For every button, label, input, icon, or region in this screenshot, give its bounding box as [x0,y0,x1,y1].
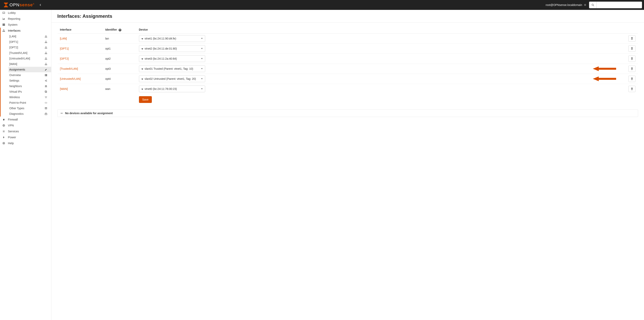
device-label: vtnet3 (bc:24:11:2a:40:84) [145,57,177,60]
identifier-cell: opt2 [103,53,136,64]
users-icon [45,85,48,87]
interface-link-untrustedvlan[interactable]: [UntrustedVLAN] [60,77,81,80]
sidebar-sub-opt2[interactable]: [OPT2] [8,45,51,50]
assignments-table: Interface Identifier ? Device [LAN] lan [57,26,638,105]
sidebar-item-system[interactable]: System [0,22,51,28]
sidebar-sub-virtual-ips[interactable]: Virtual IPs [8,89,51,94]
delete-button-opt1[interactable] [628,45,636,52]
brand-logo[interactable]: OPNsense® [2,2,36,7]
sidebar-sub-overview[interactable]: Overview [8,72,51,78]
search-button[interactable] [589,1,596,8]
wifi-icon [45,96,48,99]
sidebar-sub-diagnostics[interactable]: Diagnostics [8,111,51,117]
interface-link-opt1[interactable]: [OPT1] [60,47,68,50]
sidebar-sub-label: Wireless [9,96,20,99]
no-devices-label: No devices available for assignment [65,112,113,115]
help-icon[interactable]: ? [118,29,121,31]
sidebar-sub-lan[interactable]: [LAN] [8,33,51,39]
sitemap-icon [45,41,48,43]
user-menu[interactable]: root@OPNsense.localdomain [542,3,589,6]
delete-button-lan[interactable] [628,35,636,42]
sidebar-label: Help [8,142,14,145]
plug-icon [141,47,144,50]
sidebar-item-lobby[interactable]: Lobby [0,10,51,16]
sidebar-sub-wan[interactable]: [WAN] [8,61,51,67]
sitemap-icon [45,63,48,65]
annotation-arrow-icon [593,76,616,82]
sitemap-icon [45,46,48,49]
interface-link-wan[interactable]: [WAN] [60,87,68,90]
table-row: [OPT2] opt2 vtnet3 (bc:24:11:2a:40:84) ▼ [58,53,638,64]
delete-button-trustedvlan[interactable] [628,66,636,72]
delete-button-wan[interactable] [628,86,636,92]
sidebar-sub-assignments[interactable]: Assignments [8,67,51,72]
sidebar-sub-label: [OPT1] [9,40,18,43]
trash-icon [630,37,633,40]
sidebar-label: System [8,23,18,26]
sidebar-sub-label: Assignments [9,68,25,71]
save-button[interactable]: Save [139,96,152,103]
search-icon [592,3,594,6]
sidebar-item-help[interactable]: Help [0,140,51,146]
sidebar-sub-point-to-point[interactable]: Point-to-Point [8,100,51,105]
sidebar-sub-untrustedvlan[interactable]: [UntrustedVLAN] [8,56,51,61]
page-title: Interfaces: Assignments [57,13,638,19]
device-label: vtnet2 (bc:24:11:de:01:80) [145,47,177,50]
identifier-cell: opt3 [103,64,136,74]
interface-link-lan[interactable]: [LAN] [60,37,67,40]
sidebar-sub-opt1[interactable]: [OPT1] [8,39,51,45]
sidebar-item-interfaces[interactable]: Interfaces [0,28,51,33]
identifier-cell: opt1 [103,43,136,53]
sidebar-sub-settings[interactable]: Settings [8,78,51,83]
delete-button-opt2[interactable] [628,55,636,62]
delete-button-untrustedvlan[interactable] [628,76,636,82]
cog-icon [2,130,6,133]
global-search [589,1,642,8]
device-select-wan[interactable]: vtnet0 (bc:24:11:76:00:23) ▼ [139,85,205,92]
no-devices-panel[interactable]: No devices available for assignment [57,109,638,117]
chevron-left-icon [39,3,42,6]
device-select-untrustedvlan[interactable]: vlan02 Untrusted (Parent: vtnet1, Tag: 2… [139,75,205,82]
sidebar-item-power[interactable]: Power [0,134,51,140]
sidebar-sub-trustedvlan[interactable]: [TrustedVLAN] [8,50,51,56]
table-row: [UntrustedVLAN] opt4 vlan02 Untrusted (P… [58,74,638,84]
device-select-opt1[interactable]: vtnet2 (bc:24:11:de:01:80) ▼ [139,45,205,52]
sidebar-sub-label: [OPT2] [9,46,18,49]
sidebar-sub-label: Virtual IPs [9,90,22,93]
device-select-opt2[interactable]: vtnet3 (bc:24:11:2a:40:84) ▼ [139,55,205,62]
trash-icon [630,47,633,50]
sidebar-item-vpn[interactable]: VPN [0,122,51,128]
sitemap-icon [2,29,6,32]
sidebar-toggle[interactable] [36,3,45,6]
caret-down-icon: ▼ [201,78,203,80]
sidebar-item-services[interactable]: Services [0,128,51,134]
interface-link-opt2[interactable]: [OPT2] [60,57,68,60]
plug-icon [141,78,144,80]
sidebar-label: VPN [8,124,14,127]
th-list-icon [45,74,48,76]
area-chart-icon [2,17,6,20]
sitemap-icon [45,57,48,60]
sidebar-item-reporting[interactable]: Reporting [0,16,51,22]
sidebar-sub-label: Diagnostics [9,112,24,115]
sidebar-sub-label: [TrustedVLAN] [9,51,27,54]
sidebar-sub-other-types[interactable]: Other Types [8,105,51,111]
device-select-trustedvlan[interactable]: vlan01 Trusted (Parent: vtnet1, Tag: 10)… [139,65,205,72]
sidebar-sub-label: Neighbors [9,84,22,88]
ppp-icon [45,101,48,104]
plug-icon [141,88,144,90]
sidebar: Lobby Reporting System Interfaces [LAN] … [0,10,52,320]
annotation-arrow-icon [593,66,616,71]
sidebar-sub-wireless[interactable]: Wireless [8,94,51,100]
sidebar-sub-neighbors[interactable]: Neighbors [8,83,51,89]
sidebar-sub-label: [LAN] [9,35,16,38]
sidebar-item-firewall[interactable]: Firewall [0,117,51,122]
search-input[interactable] [596,1,642,8]
sidebar-label: Lobby [8,11,16,14]
caret-down-icon: ▼ [201,37,203,39]
plug-icon [141,57,144,60]
interface-link-trustedvlan[interactable]: [TrustedVLAN] [60,67,78,70]
table-row: [LAN] lan vtnet1 (bc:24:11:90:d4:fe) ▼ [58,33,638,43]
sidebar-sub-label: Point-to-Point [9,101,26,104]
device-select-lan[interactable]: vtnet1 (bc:24:11:90:d4:fe) ▼ [139,35,205,42]
